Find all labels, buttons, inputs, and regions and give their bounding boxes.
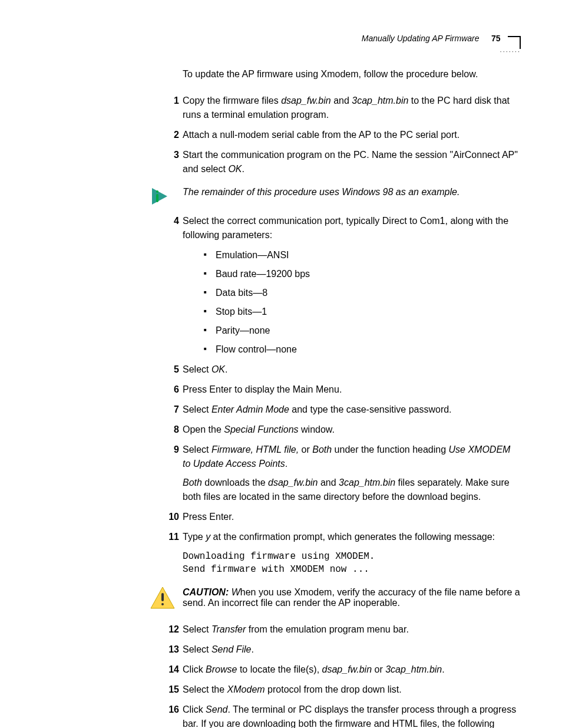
- list-item: Flow control—none: [206, 342, 521, 357]
- step-12: 12 Select Transfer from the emulation pr…: [183, 622, 521, 637]
- step-7: 7 Select Enter Admin Mode and type the c…: [183, 403, 521, 417]
- page-number: 75: [491, 34, 501, 43]
- step-16: 16 Click Send. The terminal or PC displa…: [183, 703, 521, 728]
- caution-icon: [150, 586, 176, 612]
- list-item: Data bits—8: [206, 286, 521, 300]
- step-10: 10 Press Enter.: [183, 510, 521, 524]
- step-3: 3 Start the communication program on the…: [183, 148, 521, 176]
- step-2: 2 Attach a null-modem serial cable from …: [183, 128, 521, 142]
- step-5: 5 Select OK.: [183, 363, 521, 377]
- step-14: 14 Click Browse to locate the file(s), d…: [183, 663, 521, 677]
- code-block: Downloading firmware using XMODEM. Send …: [183, 550, 521, 577]
- step-1: 1 Copy the firmware files dsap_fw.bin an…: [183, 94, 521, 122]
- info-arrow-icon: [150, 185, 173, 210]
- step-11: 11 Type y at the confirmation prompt, wh…: [183, 530, 521, 577]
- svg-rect-4: [161, 593, 164, 601]
- list-item: Parity—none: [206, 324, 521, 338]
- svg-rect-5: [161, 603, 164, 605]
- svg-rect-1: [156, 190, 158, 193]
- step-8: 8 Open the Special Functions window.: [183, 423, 521, 437]
- caution-block: CAUTION: When you use Xmodem, verify the…: [183, 587, 521, 608]
- header-dots: ·······: [500, 48, 521, 55]
- list-item: Emulation—ANSI: [206, 248, 521, 262]
- step-4: 4 Select the correct communication port,…: [183, 214, 521, 357]
- parameter-list: Emulation—ANSI Baud rate—19200 bps Data …: [206, 248, 521, 357]
- intro-text: To update the AP firmware using Xmodem, …: [183, 69, 521, 80]
- step-15: 15 Select the XModem protocol from the d…: [183, 683, 521, 697]
- step-9: 9 Select Firmware, HTML file, or Both un…: [183, 443, 521, 504]
- note-block: The remainder of this procedure uses Win…: [183, 187, 521, 197]
- header-title: Manually Updating AP Firmware: [362, 34, 480, 43]
- svg-marker-0: [152, 188, 167, 205]
- list-item: Stop bits—1: [206, 305, 521, 319]
- corner-decoration: [508, 36, 521, 49]
- list-item: Baud rate—19200 bps: [206, 267, 521, 281]
- svg-rect-2: [156, 194, 158, 202]
- step-6: 6 Press Enter to display the Main Menu.: [183, 383, 521, 397]
- step-13: 13 Select Send File.: [183, 643, 521, 657]
- page-header: Manually Updating AP Firmware 75 ·······: [41, 32, 521, 45]
